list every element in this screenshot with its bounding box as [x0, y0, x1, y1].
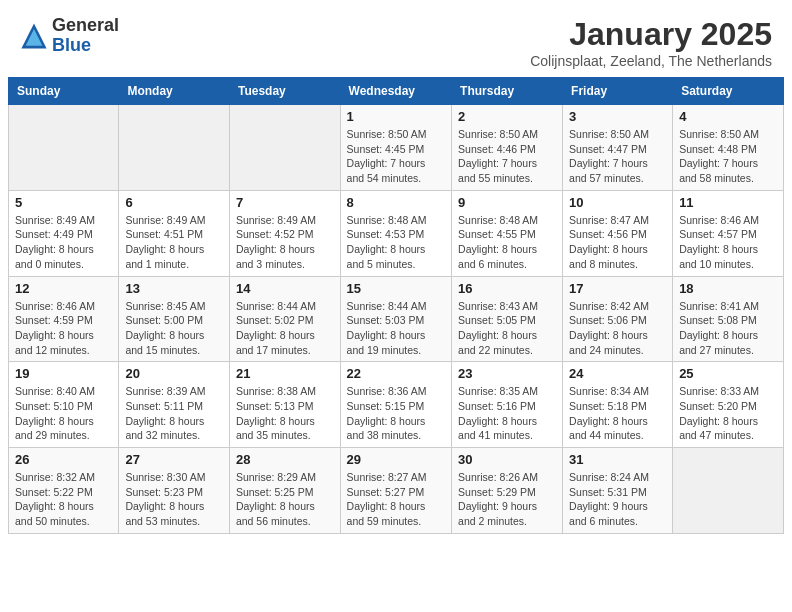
day-info: Sunrise: 8:39 AM Sunset: 5:11 PM Dayligh… [125, 384, 223, 443]
day-info: Sunrise: 8:42 AM Sunset: 5:06 PM Dayligh… [569, 299, 666, 358]
calendar-cell: 4Sunrise: 8:50 AM Sunset: 4:48 PM Daylig… [673, 105, 784, 191]
calendar-cell: 15Sunrise: 8:44 AM Sunset: 5:03 PM Dayli… [340, 276, 452, 362]
calendar-cell [673, 448, 784, 534]
day-info: Sunrise: 8:41 AM Sunset: 5:08 PM Dayligh… [679, 299, 777, 358]
day-info: Sunrise: 8:49 AM Sunset: 4:51 PM Dayligh… [125, 213, 223, 272]
day-number: 20 [125, 366, 223, 381]
title-block: January 2025 Colijnsplaat, Zeeland, The … [530, 16, 772, 69]
day-info: Sunrise: 8:44 AM Sunset: 5:02 PM Dayligh… [236, 299, 334, 358]
day-number: 14 [236, 281, 334, 296]
calendar-cell: 20Sunrise: 8:39 AM Sunset: 5:11 PM Dayli… [119, 362, 230, 448]
calendar-cell: 2Sunrise: 8:50 AM Sunset: 4:46 PM Daylig… [452, 105, 563, 191]
day-number: 2 [458, 109, 556, 124]
day-number: 9 [458, 195, 556, 210]
day-number: 5 [15, 195, 112, 210]
weekday-header-thursday: Thursday [452, 78, 563, 105]
day-info: Sunrise: 8:47 AM Sunset: 4:56 PM Dayligh… [569, 213, 666, 272]
day-number: 21 [236, 366, 334, 381]
day-number: 26 [15, 452, 112, 467]
logo: General Blue [20, 16, 119, 56]
calendar-cell: 10Sunrise: 8:47 AM Sunset: 4:56 PM Dayli… [563, 190, 673, 276]
day-info: Sunrise: 8:33 AM Sunset: 5:20 PM Dayligh… [679, 384, 777, 443]
day-info: Sunrise: 8:50 AM Sunset: 4:48 PM Dayligh… [679, 127, 777, 186]
calendar-cell: 7Sunrise: 8:49 AM Sunset: 4:52 PM Daylig… [229, 190, 340, 276]
calendar-cell [9, 105, 119, 191]
day-info: Sunrise: 8:50 AM Sunset: 4:45 PM Dayligh… [347, 127, 446, 186]
day-info: Sunrise: 8:36 AM Sunset: 5:15 PM Dayligh… [347, 384, 446, 443]
day-info: Sunrise: 8:46 AM Sunset: 4:59 PM Dayligh… [15, 299, 112, 358]
calendar-week-row: 19Sunrise: 8:40 AM Sunset: 5:10 PM Dayli… [9, 362, 784, 448]
logo-icon [20, 22, 48, 50]
day-info: Sunrise: 8:49 AM Sunset: 4:49 PM Dayligh… [15, 213, 112, 272]
day-number: 24 [569, 366, 666, 381]
day-number: 28 [236, 452, 334, 467]
day-number: 3 [569, 109, 666, 124]
day-number: 27 [125, 452, 223, 467]
calendar-cell: 23Sunrise: 8:35 AM Sunset: 5:16 PM Dayli… [452, 362, 563, 448]
day-number: 18 [679, 281, 777, 296]
day-number: 4 [679, 109, 777, 124]
calendar-cell: 24Sunrise: 8:34 AM Sunset: 5:18 PM Dayli… [563, 362, 673, 448]
day-number: 23 [458, 366, 556, 381]
day-info: Sunrise: 8:27 AM Sunset: 5:27 PM Dayligh… [347, 470, 446, 529]
day-info: Sunrise: 8:30 AM Sunset: 5:23 PM Dayligh… [125, 470, 223, 529]
day-info: Sunrise: 8:48 AM Sunset: 4:55 PM Dayligh… [458, 213, 556, 272]
day-info: Sunrise: 8:26 AM Sunset: 5:29 PM Dayligh… [458, 470, 556, 529]
day-info: Sunrise: 8:24 AM Sunset: 5:31 PM Dayligh… [569, 470, 666, 529]
calendar-cell: 25Sunrise: 8:33 AM Sunset: 5:20 PM Dayli… [673, 362, 784, 448]
calendar-cell [229, 105, 340, 191]
day-number: 19 [15, 366, 112, 381]
day-number: 10 [569, 195, 666, 210]
day-number: 30 [458, 452, 556, 467]
day-info: Sunrise: 8:48 AM Sunset: 4:53 PM Dayligh… [347, 213, 446, 272]
weekday-header-saturday: Saturday [673, 78, 784, 105]
day-info: Sunrise: 8:46 AM Sunset: 4:57 PM Dayligh… [679, 213, 777, 272]
day-number: 1 [347, 109, 446, 124]
calendar-cell: 8Sunrise: 8:48 AM Sunset: 4:53 PM Daylig… [340, 190, 452, 276]
calendar-cell: 29Sunrise: 8:27 AM Sunset: 5:27 PM Dayli… [340, 448, 452, 534]
day-info: Sunrise: 8:29 AM Sunset: 5:25 PM Dayligh… [236, 470, 334, 529]
day-info: Sunrise: 8:43 AM Sunset: 5:05 PM Dayligh… [458, 299, 556, 358]
calendar-cell: 6Sunrise: 8:49 AM Sunset: 4:51 PM Daylig… [119, 190, 230, 276]
day-info: Sunrise: 8:49 AM Sunset: 4:52 PM Dayligh… [236, 213, 334, 272]
day-info: Sunrise: 8:35 AM Sunset: 5:16 PM Dayligh… [458, 384, 556, 443]
calendar-container: SundayMondayTuesdayWednesdayThursdayFrid… [0, 77, 792, 542]
calendar-cell: 3Sunrise: 8:50 AM Sunset: 4:47 PM Daylig… [563, 105, 673, 191]
calendar-cell: 1Sunrise: 8:50 AM Sunset: 4:45 PM Daylig… [340, 105, 452, 191]
day-info: Sunrise: 8:38 AM Sunset: 5:13 PM Dayligh… [236, 384, 334, 443]
calendar-cell: 12Sunrise: 8:46 AM Sunset: 4:59 PM Dayli… [9, 276, 119, 362]
day-info: Sunrise: 8:34 AM Sunset: 5:18 PM Dayligh… [569, 384, 666, 443]
calendar-cell: 9Sunrise: 8:48 AM Sunset: 4:55 PM Daylig… [452, 190, 563, 276]
calendar-table: SundayMondayTuesdayWednesdayThursdayFrid… [8, 77, 784, 534]
weekday-header-row: SundayMondayTuesdayWednesdayThursdayFrid… [9, 78, 784, 105]
day-info: Sunrise: 8:40 AM Sunset: 5:10 PM Dayligh… [15, 384, 112, 443]
calendar-cell: 11Sunrise: 8:46 AM Sunset: 4:57 PM Dayli… [673, 190, 784, 276]
calendar-week-row: 1Sunrise: 8:50 AM Sunset: 4:45 PM Daylig… [9, 105, 784, 191]
calendar-body: 1Sunrise: 8:50 AM Sunset: 4:45 PM Daylig… [9, 105, 784, 534]
day-number: 11 [679, 195, 777, 210]
day-number: 29 [347, 452, 446, 467]
calendar-cell: 28Sunrise: 8:29 AM Sunset: 5:25 PM Dayli… [229, 448, 340, 534]
calendar-header: SundayMondayTuesdayWednesdayThursdayFrid… [9, 78, 784, 105]
page-header: General Blue January 2025 Colijnsplaat, … [0, 0, 792, 77]
calendar-cell: 18Sunrise: 8:41 AM Sunset: 5:08 PM Dayli… [673, 276, 784, 362]
calendar-cell: 30Sunrise: 8:26 AM Sunset: 5:29 PM Dayli… [452, 448, 563, 534]
calendar-week-row: 5Sunrise: 8:49 AM Sunset: 4:49 PM Daylig… [9, 190, 784, 276]
calendar-cell: 17Sunrise: 8:42 AM Sunset: 5:06 PM Dayli… [563, 276, 673, 362]
weekday-header-sunday: Sunday [9, 78, 119, 105]
calendar-week-row: 12Sunrise: 8:46 AM Sunset: 4:59 PM Dayli… [9, 276, 784, 362]
day-info: Sunrise: 8:32 AM Sunset: 5:22 PM Dayligh… [15, 470, 112, 529]
calendar-subtitle: Colijnsplaat, Zeeland, The Netherlands [530, 53, 772, 69]
day-number: 25 [679, 366, 777, 381]
day-info: Sunrise: 8:50 AM Sunset: 4:46 PM Dayligh… [458, 127, 556, 186]
day-number: 16 [458, 281, 556, 296]
weekday-header-tuesday: Tuesday [229, 78, 340, 105]
calendar-cell: 13Sunrise: 8:45 AM Sunset: 5:00 PM Dayli… [119, 276, 230, 362]
day-number: 15 [347, 281, 446, 296]
calendar-week-row: 26Sunrise: 8:32 AM Sunset: 5:22 PM Dayli… [9, 448, 784, 534]
calendar-cell: 22Sunrise: 8:36 AM Sunset: 5:15 PM Dayli… [340, 362, 452, 448]
calendar-cell [119, 105, 230, 191]
calendar-cell: 26Sunrise: 8:32 AM Sunset: 5:22 PM Dayli… [9, 448, 119, 534]
day-info: Sunrise: 8:44 AM Sunset: 5:03 PM Dayligh… [347, 299, 446, 358]
day-number: 7 [236, 195, 334, 210]
